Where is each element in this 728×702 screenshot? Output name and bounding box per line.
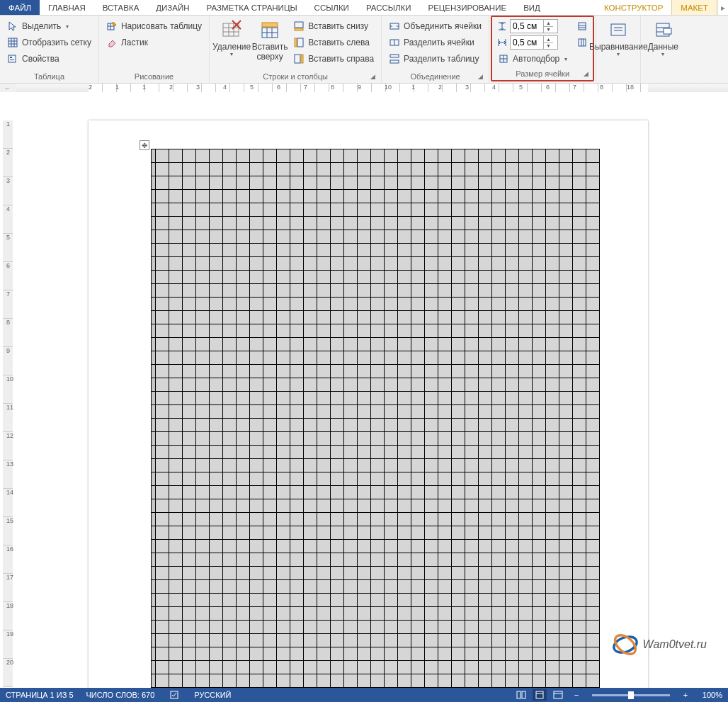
autofit-label: Автоподбор	[513, 54, 559, 64]
eraser-label: Ластик	[121, 38, 148, 47]
document-scroll[interactable]: ✥ Wam0tvet.ru	[16, 92, 728, 688]
status-words[interactable]: ЧИСЛО СЛОВ: 670	[86, 691, 155, 699]
delete-button[interactable]: Удаление	[212, 17, 251, 58]
draw-table-button[interactable]: Нарисовать таблицу	[103, 18, 205, 34]
svg-rect-51	[611, 24, 625, 35]
pencil-table-icon	[106, 21, 118, 32]
col-width-up[interactable]: ▲	[544, 36, 553, 43]
group-alignment: Выравнивание	[596, 16, 641, 83]
insert-right-button[interactable]: Вставить справа	[290, 51, 377, 67]
view-web-layout[interactable]	[551, 689, 565, 701]
merge-cells-button[interactable]: Объединить ячейки	[386, 18, 484, 34]
insert-below-label: Вставить снизу	[308, 21, 368, 31]
merge-launcher[interactable]: ◢	[476, 72, 484, 81]
split-table-label: Разделить таблицу	[404, 54, 479, 64]
svg-rect-34	[390, 55, 399, 57]
row-height-input[interactable]	[511, 21, 543, 31]
status-bar: СТРАНИЦА 1 ИЗ 5 ЧИСЛО СЛОВ: 670 РУССКИЙ …	[0, 688, 728, 702]
ruler-vertical[interactable]: 1234567891011121314151617181920	[0, 92, 16, 688]
col-width-icon	[496, 37, 508, 48]
group-draw: Нарисовать таблицу Ластик Рисование	[99, 16, 210, 83]
insert-above-icon	[258, 18, 281, 41]
zoom-level[interactable]: 100%	[697, 691, 722, 699]
tab-table-layout[interactable]: МАКЕТ	[671, 0, 717, 15]
delete-table-icon	[220, 18, 243, 41]
status-proofing-icon[interactable]	[167, 689, 181, 701]
tab-insert[interactable]: ВСТАВКА	[94, 0, 148, 15]
insert-above-label: Вставить сверху	[252, 43, 288, 62]
split-cells-button[interactable]: Разделить ячейки	[386, 35, 484, 50]
svg-rect-61	[517, 691, 521, 698]
svg-rect-63	[536, 691, 543, 698]
col-width-input[interactable]	[511, 38, 543, 47]
tab-page-layout[interactable]: РАЗМЕТКА СТРАНИЦЫ	[198, 0, 306, 15]
svg-rect-25	[297, 38, 303, 47]
properties-label: Свойства	[22, 54, 59, 64]
row-height-down[interactable]: ▼	[544, 27, 553, 33]
insert-left-label: Вставить слева	[308, 38, 370, 47]
draw-table-label: Нарисовать таблицу	[121, 21, 202, 31]
tab-file[interactable]: ФАЙЛ	[0, 0, 40, 15]
split-cells-label: Разделить ячейки	[404, 38, 474, 47]
group-table: Выделить Отобразить сетку Свойства Табли…	[0, 16, 99, 83]
table-move-handle[interactable]: ✥	[140, 140, 149, 150]
tab-view[interactable]: ВИД	[515, 0, 549, 15]
col-width-spinner[interactable]: ▲▼	[510, 35, 558, 50]
tab-references[interactable]: ССЫЛКИ	[306, 0, 358, 15]
watermark-text: Wam0tvet.ru	[643, 638, 707, 651]
tab-mailings[interactable]: РАССЫЛКИ	[358, 0, 420, 15]
select-label: Выделить	[22, 21, 61, 31]
data-label: Данные	[648, 43, 678, 52]
group-rows-cols-title: Строки и столбцы◢	[212, 71, 378, 83]
ruler-corner[interactable]: ⌐	[0, 84, 16, 92]
split-table-icon	[389, 53, 400, 64]
status-page[interactable]: СТРАНИЦА 1 ИЗ 5	[6, 691, 74, 699]
tab-home[interactable]: ГЛАВНАЯ	[40, 0, 94, 15]
view-read-mode[interactable]	[514, 689, 528, 701]
cell-size-launcher[interactable]: ◢	[581, 69, 590, 78]
insert-left-button[interactable]: Вставить слева	[290, 35, 377, 50]
merge-cells-icon	[389, 21, 400, 32]
ruler-horizontal[interactable]: 21123456789101234567818	[16, 84, 728, 92]
grid-icon	[7, 37, 18, 48]
zoom-in[interactable]: +	[678, 689, 693, 701]
cursor-icon	[7, 21, 18, 32]
ribbon: Выделить Отобразить сетку Свойства Табли…	[0, 16, 728, 84]
tab-table-design[interactable]: КОНСТРУКТОР	[596, 0, 671, 15]
zoom-slider[interactable]	[592, 694, 670, 696]
distribute-rows-button[interactable]	[574, 18, 590, 34]
svg-rect-5	[8, 55, 16, 62]
row-height-up[interactable]: ▲	[544, 20, 553, 27]
group-rows-cols: Удаление Вставить сверху Вставить снизу …	[210, 16, 382, 83]
svg-rect-48	[579, 39, 586, 46]
group-cell-size-title: Размер ячейки◢	[494, 68, 591, 80]
svg-rect-28	[301, 55, 303, 63]
properties-button[interactable]: Свойства	[4, 51, 94, 67]
insert-above-button[interactable]: Вставить сверху	[251, 17, 289, 64]
svg-rect-22	[262, 23, 278, 27]
data-button[interactable]: Данные	[644, 17, 682, 58]
alignment-icon	[607, 18, 630, 41]
tab-overflow[interactable]: ▸	[717, 0, 728, 15]
group-draw-title: Рисование	[102, 71, 206, 83]
view-print-layout[interactable]	[533, 689, 547, 701]
zoom-out[interactable]: −	[569, 689, 584, 701]
autofit-button[interactable]: Автоподбор	[495, 51, 570, 67]
document-table[interactable]	[151, 149, 600, 688]
insert-below-button[interactable]: Вставить снизу	[290, 18, 377, 34]
eraser-icon	[106, 37, 118, 48]
autofit-icon	[498, 53, 509, 64]
alignment-button[interactable]: Выравнивание	[599, 17, 637, 58]
svg-rect-27	[295, 55, 300, 63]
split-table-button[interactable]: Разделить таблицу	[386, 51, 484, 67]
tab-design[interactable]: ДИЗАЙН	[147, 0, 198, 15]
select-button[interactable]: Выделить	[4, 18, 94, 34]
view-gridlines-button[interactable]: Отобразить сетку	[4, 35, 94, 50]
col-width-down[interactable]: ▼	[544, 43, 553, 50]
distribute-cols-button[interactable]	[574, 35, 590, 50]
eraser-button[interactable]: Ластик	[103, 35, 205, 50]
row-height-spinner[interactable]: ▲▼	[510, 19, 558, 33]
tab-review[interactable]: РЕЦЕНЗИРОВАНИЕ	[420, 0, 516, 15]
status-language[interactable]: РУССКИЙ	[194, 691, 231, 699]
rows-cols-launcher[interactable]: ◢	[368, 72, 377, 81]
